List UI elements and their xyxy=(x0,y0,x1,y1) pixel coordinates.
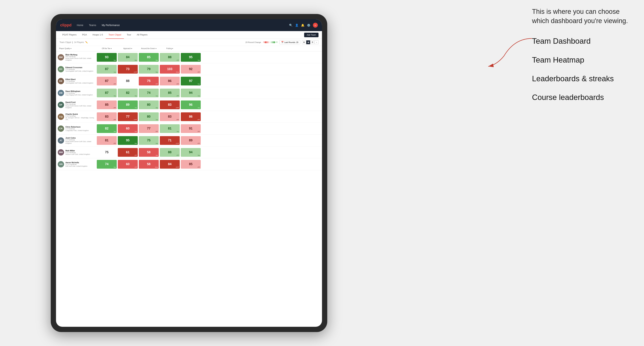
annotation-area: This is where you can choose which dashb… xyxy=(532,7,634,111)
score-value: 84 xyxy=(168,162,172,166)
tab-hcaps[interactable]: Hcaps 1-5 xyxy=(90,31,106,39)
col-off-tee[interactable]: Off the Tee ▾ xyxy=(96,47,117,49)
score-cell: 799▲ xyxy=(139,65,159,74)
score-value: 94 xyxy=(189,91,192,95)
score-change: 10▲ xyxy=(155,166,158,168)
player-info: Aaron Nicholls11-15 HandicapDrift Golf C… xyxy=(66,162,88,167)
score-value: 86 xyxy=(189,115,192,119)
score-value: 83 xyxy=(168,103,172,107)
view-toggle: ⊞ ▦ ☰ ↓ xyxy=(302,40,318,44)
score-change: 3▲ xyxy=(114,131,116,132)
score-change: -11▼ xyxy=(176,143,179,144)
score-change: 4▲ xyxy=(177,131,179,132)
table-row[interactable]: MMMatt Miller6-10 HandicapWoburn Golf Cl… xyxy=(56,147,322,158)
player-info: Josh Coles1-5 HandicapRoyal North Devon … xyxy=(66,137,96,144)
col-around-green[interactable]: Around the Green ▾ xyxy=(138,47,159,49)
table-row[interactable]: DBDave Billingham1-5 HandicapGog Magog G… xyxy=(56,87,322,99)
score-value: 77 xyxy=(147,127,150,130)
tab-pga[interactable]: PGA xyxy=(79,31,90,39)
player-avatar: CR xyxy=(58,126,64,132)
table-row[interactable]: ECEdward Crossman1-5 HandicapSunningdale… xyxy=(56,63,322,75)
col-approach[interactable]: Approach ▾ xyxy=(117,47,138,49)
score-value: 93 xyxy=(105,55,108,59)
nav-home[interactable]: Home xyxy=(76,23,84,27)
score-cell: 741▲ xyxy=(139,89,159,97)
list-view-button[interactable]: ☰ xyxy=(310,40,314,44)
annotation-arrow xyxy=(483,35,536,70)
grid-view-button[interactable]: ⊞ xyxy=(302,40,306,44)
col-putting[interactable]: Putting ▾ xyxy=(159,47,180,49)
score-value: 85 xyxy=(189,162,192,166)
heatmap-view-button[interactable]: ▦ xyxy=(306,40,310,44)
score-value: 81 xyxy=(168,127,172,130)
tab-all-players[interactable]: All Players xyxy=(134,31,150,39)
score-cell: 939▲ xyxy=(97,53,117,62)
score-cell: 801▲ xyxy=(139,112,159,121)
score-value: 87 xyxy=(105,67,108,71)
score-cell: 824▲ xyxy=(118,89,138,97)
player-club: Royal North Devon Golf Club, United King… xyxy=(66,141,96,144)
score-change: -21▼ xyxy=(176,166,179,168)
player-info: Charlie Quick6-10 HandicapSt. George's H… xyxy=(66,113,96,120)
table-row[interactable]: JCJosh Coles1-5 HandicapRoyal North Devo… xyxy=(56,135,322,147)
score-change: -3▼ xyxy=(155,83,158,85)
player-name: Josh Coles xyxy=(66,137,96,139)
tab-tour[interactable]: Tour xyxy=(124,31,134,39)
player-avatar: EE xyxy=(58,78,64,84)
table-row[interactable]: DFDavid FordPlus HandicapRoyal North Dev… xyxy=(56,99,322,111)
score-cell: 858▲ xyxy=(139,53,159,62)
add-team-button[interactable]: Add Team xyxy=(304,33,318,37)
last-rounds-button[interactable]: 📅 Last Rounds: 20 xyxy=(279,40,300,44)
score-cell: 85-4▼ xyxy=(181,160,201,169)
table-area: Player Quality ▾ Off the Tee ▾ Approach … xyxy=(56,46,322,327)
score-cell: 874▲ xyxy=(97,89,117,97)
table-row[interactable]: EEElliot Ebert1-5 HandicapSunningdale Go… xyxy=(56,75,322,87)
sub-header-right: 20 Round Change -5 +5 📅 Last Rounds: 20 … xyxy=(245,40,318,44)
player-club: Sunningdale Golf Club, United Kingdom xyxy=(66,82,93,84)
table-row[interactable]: BMBlair McHargPlus HandicapRoyal North D… xyxy=(56,51,322,63)
annotation-team-dashboard: Team Dashboard xyxy=(532,36,634,46)
player-handicap: 11-15 Handicap xyxy=(66,164,88,165)
table-row[interactable]: CQCharlie Quick6-10 HandicapSt. George's… xyxy=(56,111,322,123)
tab-team-clippd[interactable]: Team Clippd xyxy=(106,31,124,39)
bell-icon[interactable]: 🔔 xyxy=(301,23,304,27)
score-value: 97 xyxy=(189,79,192,83)
score-change: -3▼ xyxy=(197,71,200,73)
settings-icon[interactable]: ⚙️ xyxy=(307,23,310,27)
score-cell: 10315▲ xyxy=(160,65,180,74)
nav-teams[interactable]: Teams xyxy=(88,23,97,27)
player-cell: BMBlair McHargPlus HandicapRoyal North D… xyxy=(58,54,96,61)
search-icon[interactable]: 🔍 xyxy=(289,23,292,27)
score-value: 74 xyxy=(147,91,150,95)
score-value: 60 xyxy=(126,162,130,166)
app-logo: clippd xyxy=(60,23,72,27)
score-cell: 959▲ xyxy=(181,53,201,62)
score-change: 4▲ xyxy=(135,95,137,97)
player-name: Blair McHarg xyxy=(66,54,96,56)
avatar[interactable]: U xyxy=(313,23,318,28)
score-change: -3▼ xyxy=(113,107,116,109)
player-cell: CRChris Robertson1-5 HandicapCraigmillar… xyxy=(58,126,96,132)
export-button[interactable]: ↓ xyxy=(315,40,318,44)
score-value: 80 xyxy=(147,115,150,119)
score-value: 89 xyxy=(189,139,192,142)
score-change: -4▼ xyxy=(197,166,200,168)
score-change: -3▼ xyxy=(113,143,116,144)
col-player-quality[interactable]: Player Quality ▾ xyxy=(58,47,96,49)
score-value: 91 xyxy=(189,127,192,130)
score-cell: 85-3▼ xyxy=(97,100,117,109)
score-change: 9▲ xyxy=(198,59,200,61)
score-change: 1▲ xyxy=(156,119,158,120)
score-cell: 83-3▼ xyxy=(97,112,117,121)
score-cell: 83-6▼ xyxy=(160,112,180,121)
player-club: Woburn Golf Club, United Kingdom xyxy=(66,154,90,155)
tab-pgat-players[interactable]: PGAT Players xyxy=(60,31,79,39)
score-change: -3▼ xyxy=(134,155,137,156)
nav-my-performance[interactable]: My Performance xyxy=(100,23,121,27)
score-value: 92 xyxy=(189,67,192,71)
table-row[interactable]: ANAaron Nicholls11-15 HandicapDrift Golf… xyxy=(56,158,322,170)
user-icon[interactable]: 👤 xyxy=(295,23,298,27)
table-row[interactable]: CRChris Robertson1-5 HandicapCraigmillar… xyxy=(56,123,322,135)
tabs: PGAT Players PGA Hcaps 1-5 Team Clippd T… xyxy=(60,31,150,39)
score-cell: 958▲ xyxy=(118,136,138,145)
